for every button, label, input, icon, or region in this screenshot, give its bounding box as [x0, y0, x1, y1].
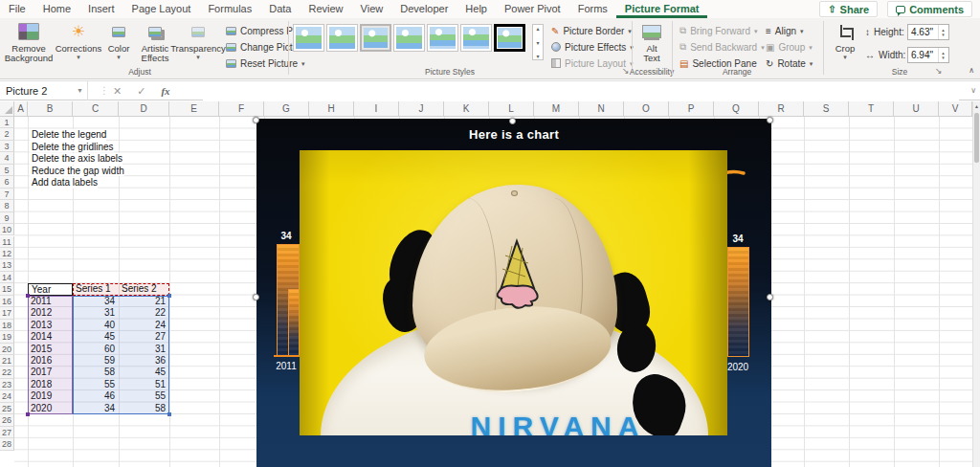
share-button[interactable]: ⇧ Share — [819, 1, 878, 17]
reset-picture-button[interactable]: Reset Picture ▾ — [226, 56, 305, 71]
row-header-4[interactable]: 4 — [0, 152, 14, 164]
row-header-17[interactable]: 17 — [0, 307, 14, 319]
row-header-7[interactable]: 7 — [0, 189, 14, 200]
enter-icon[interactable]: ✓ — [137, 81, 145, 100]
row-header-2[interactable]: 2 — [0, 128, 14, 140]
select-all-corner[interactable] — [0, 101, 14, 117]
size-dialog-launcher[interactable]: ↘ — [935, 66, 943, 76]
column-header-G[interactable]: G — [264, 101, 309, 117]
column-header-P[interactable]: P — [669, 101, 714, 117]
row-header-20[interactable]: 20 — [0, 344, 14, 355]
row-header-11[interactable]: 11 — [0, 236, 14, 248]
column-header-C[interactable]: C — [73, 101, 119, 117]
column-header-D[interactable]: D — [119, 101, 169, 117]
picture-style-thumb-7[interactable] — [494, 24, 525, 52]
picture-style-thumb-5[interactable] — [427, 24, 458, 52]
tab-view[interactable]: View — [352, 0, 392, 18]
cell-instruction-3[interactable]: Delete the gridlines — [30, 142, 114, 152]
picture-border-button[interactable]: ✎ Picture Border ▾ — [551, 23, 632, 38]
row-header-9[interactable]: 9 — [0, 212, 14, 224]
column-header-Q[interactable]: Q — [714, 101, 759, 117]
row-header-10[interactable]: 10 — [0, 224, 14, 235]
gallery-up-icon[interactable]: ▴ — [536, 25, 539, 32]
selection-handle-top-left[interactable] — [253, 117, 259, 123]
cell-instruction-6[interactable]: Add data labels — [30, 177, 98, 188]
row-header-1[interactable]: 1 — [0, 117, 14, 128]
row-header-19[interactable]: 19 — [0, 331, 14, 343]
rotate-button[interactable]: ↻ Rotate ▾ — [766, 56, 813, 71]
gallery-more-icon[interactable]: ▾ — [536, 53, 539, 59]
tab-data[interactable]: Data — [260, 0, 300, 18]
row-header-13[interactable]: 13 — [0, 259, 14, 271]
picture-style-thumb-6[interactable] — [460, 24, 492, 52]
row-header-15[interactable]: 15 — [0, 283, 14, 295]
column-header-F[interactable]: F — [219, 101, 264, 117]
selection-corner-handle[interactable] — [26, 412, 30, 416]
chart-object[interactable]: Here is a chart 34 2011 34 2020 NIRVANA — [256, 119, 771, 467]
tab-review[interactable]: Review — [300, 0, 351, 18]
row-header-6[interactable]: 6 — [0, 176, 14, 188]
column-header-O[interactable]: O — [624, 101, 669, 117]
column-header-R[interactable]: R — [759, 101, 804, 117]
scroll-up-icon[interactable]: ▲ — [973, 101, 980, 112]
tab-page-layout[interactable]: Page Layout — [123, 0, 200, 18]
transparency-button[interactable]: Transparency ▾ — [174, 21, 222, 69]
column-header-A[interactable]: A — [14, 101, 28, 117]
row-header-25[interactable]: 25 — [0, 403, 14, 414]
height-input[interactable]: 4.63" ▴▾ — [907, 24, 949, 40]
tab-insert[interactable]: Insert — [79, 0, 123, 18]
remove-background-button[interactable]: Remove Background — [4, 21, 54, 69]
picture-style-thumb-4[interactable] — [393, 24, 425, 52]
row-header-27[interactable]: 27 — [0, 427, 14, 438]
formula-input[interactable] — [203, 81, 959, 100]
tab-file[interactable]: File — [0, 0, 34, 18]
crop-button[interactable]: Crop ▾ — [829, 21, 861, 69]
row-header-14[interactable]: 14 — [0, 272, 14, 283]
comments-button[interactable]: Comments — [887, 1, 972, 17]
column-header-E[interactable]: E — [169, 101, 219, 117]
column-header-S[interactable]: S — [804, 101, 849, 117]
column-header-U[interactable]: U — [894, 101, 939, 117]
cell-instruction-5[interactable]: Reduce the gap width — [30, 166, 124, 176]
cell-instruction-4[interactable]: Delete the axis labels — [30, 153, 122, 164]
row-header-18[interactable]: 18 — [0, 320, 14, 331]
tab-formulas[interactable]: Formulas — [199, 0, 260, 18]
row-header-28[interactable]: 28 — [0, 438, 14, 450]
column-header-M[interactable]: M — [534, 101, 579, 117]
tab-power-pivot[interactable]: Power Pivot — [496, 0, 569, 18]
row-header-21[interactable]: 21 — [0, 355, 14, 367]
column-header-J[interactable]: J — [399, 101, 444, 117]
tab-home[interactable]: Home — [34, 0, 79, 18]
column-header-H[interactable]: H — [309, 101, 354, 117]
color-button[interactable]: Color ▾ — [101, 21, 136, 69]
row-header-22[interactable]: 22 — [0, 367, 14, 378]
name-box-dropdown-icon[interactable]: ▼ — [77, 81, 83, 100]
selection-handle-top-center[interactable] — [509, 118, 516, 124]
row-header-23[interactable]: 23 — [0, 379, 14, 390]
row-header-3[interactable]: 3 — [0, 141, 14, 152]
column-header-I[interactable]: I — [354, 101, 399, 117]
column-header-K[interactable]: K — [444, 101, 489, 117]
formula-bar-expand-icon[interactable]: ∨ — [970, 81, 976, 100]
picture-style-thumb-2[interactable] — [326, 24, 358, 52]
row-header-24[interactable]: 24 — [0, 390, 14, 402]
collapse-ribbon-icon[interactable]: ∧ — [969, 66, 974, 75]
selection-corner-handle[interactable] — [167, 412, 171, 416]
gallery-scrollbar[interactable]: ▴▾▾ — [532, 24, 544, 60]
row-header-5[interactable]: 5 — [0, 165, 14, 176]
selection-corner-handle[interactable] — [167, 294, 171, 298]
row-header-12[interactable]: 12 — [0, 248, 14, 259]
column-header-V[interactable]: V — [939, 101, 972, 117]
selection-corner-handle[interactable] — [26, 294, 30, 298]
name-box[interactable]: Picture 2 ▼ — [0, 81, 88, 100]
fx-icon[interactable]: fx — [161, 81, 169, 100]
picture-style-thumb-1[interactable] — [293, 24, 324, 52]
photo-cap-person[interactable]: NIRVANA — [300, 150, 727, 435]
vertical-scrollbar[interactable]: ▲ — [972, 101, 980, 467]
table-header-year[interactable]: Year — [28, 283, 73, 295]
picture-effects-button[interactable]: Picture Effects ▾ — [551, 39, 634, 55]
height-spinner[interactable]: ▴▾ — [938, 25, 947, 39]
row-header-8[interactable]: 8 — [0, 200, 14, 211]
tab-forms[interactable]: Forms — [569, 0, 616, 18]
column-header-L[interactable]: L — [489, 101, 534, 117]
